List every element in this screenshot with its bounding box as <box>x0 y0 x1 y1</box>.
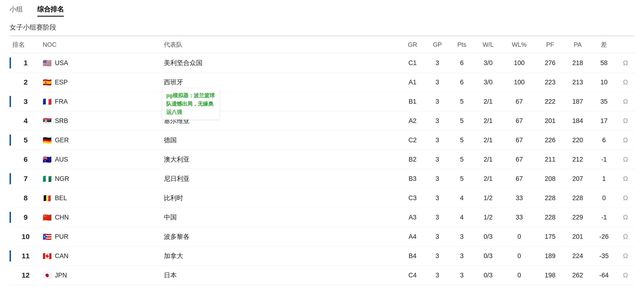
noc-cell: 🇳🇬NGR <box>40 169 161 189</box>
stat-wl: 2/1 <box>474 131 502 150</box>
rank-value: 8 <box>24 194 28 202</box>
noc-cell: 🇯🇵JPN <box>40 266 161 285</box>
rank-value: 9 <box>24 213 28 221</box>
omega-icon: Ω <box>616 266 634 285</box>
stat-gr: A3 <box>400 208 425 227</box>
team-name: 中国 <box>161 208 400 227</box>
stat-pts: 6 <box>450 53 474 73</box>
stat-pts: 4 <box>450 208 474 227</box>
stat-pa: 218 <box>564 53 591 73</box>
stat-pts: 5 <box>450 169 474 189</box>
stat-pts: 3 <box>450 227 474 246</box>
table-row: 8🇧🇪BEL比利时C3341/2332282280Ω <box>10 189 634 208</box>
rank-value: 1 <box>24 59 28 67</box>
col-wlp: WL% <box>502 36 536 53</box>
stat-pf: 222 <box>536 92 564 111</box>
stat-diff: 58 <box>592 53 616 73</box>
stat-pa: 262 <box>564 266 591 285</box>
flag-icon: 🇵🇷 <box>43 233 52 241</box>
stat-pa: 224 <box>564 246 591 266</box>
omega-icon: Ω <box>616 189 634 208</box>
stat-gp: 3 <box>425 266 450 285</box>
col-gp: GP <box>425 36 450 53</box>
team-name: 澳大利亚 <box>161 150 400 169</box>
rank-cell: 12 <box>10 266 40 285</box>
table-row: 2🇪🇸ESP西班牙A1363/010022321310Ω <box>10 73 634 92</box>
stat-diff: -64 <box>592 266 616 285</box>
table-row: 11🇨🇦CAN加拿大B4330/30189224-35Ω <box>10 246 634 266</box>
stat-pf: 228 <box>536 208 564 227</box>
stat-gp: 3 <box>425 169 450 189</box>
stat-diff: 1 <box>592 169 616 189</box>
team-name: 加拿大 <box>161 246 400 266</box>
stat-gr: C1 <box>400 53 425 73</box>
stat-pa: 212 <box>564 150 591 169</box>
stat-gr: C2 <box>400 131 425 150</box>
stat-wl: 2/1 <box>474 150 502 169</box>
col-rank: 排名 <box>10 36 40 53</box>
noc-cell: 🇫🇷FRA <box>40 92 161 111</box>
qualifier-marker <box>10 251 11 261</box>
stat-gr: A2 <box>400 111 425 131</box>
stat-pa: 207 <box>564 169 591 189</box>
rank-value: 2 <box>24 78 28 86</box>
noc-code: CAN <box>55 252 68 260</box>
table-row: 10🇵🇷PUR波多黎各A4330/30175201-26Ω <box>10 227 634 246</box>
rank-cell: 8 <box>10 189 40 208</box>
flag-icon: 🇧🇪 <box>43 194 52 202</box>
table-row: 7🇳🇬NGR尼日利亚B3352/1672082071Ω <box>10 169 634 189</box>
stat-diff: 10 <box>592 73 616 92</box>
stat-diff: -1 <box>592 150 616 169</box>
stat-diff: -35 <box>592 246 616 266</box>
stat-wlp: 67 <box>502 131 536 150</box>
rank-value: 4 <box>24 117 28 125</box>
table-row: 3🇫🇷FRA法国B1352/16722218735Ω <box>10 92 634 111</box>
flag-icon: 🇨🇦 <box>43 252 52 260</box>
table-row: 5🇩🇪GER德国C2352/1672262206Ω <box>10 131 634 150</box>
flag-icon: 🇯🇵 <box>43 271 52 280</box>
stat-pts: 5 <box>450 92 474 111</box>
stat-pf: 211 <box>536 150 564 169</box>
stat-wlp: 67 <box>502 169 536 189</box>
standings-table: 排名 NOC 代表队 GR GP Pts W/L WL% PF PA 差 1🇺🇸… <box>10 36 634 285</box>
rank-cell: 1 <box>10 53 40 73</box>
stat-wlp: 0 <box>502 227 536 246</box>
popup-message: pg模拟器：波兰篮球队遗憾出局，无缘奥运八强 <box>162 88 220 120</box>
stat-wl: 0/3 <box>474 227 502 246</box>
stat-pf: 223 <box>536 73 564 92</box>
stat-pf: 208 <box>536 169 564 189</box>
stat-diff: 35 <box>592 92 616 111</box>
stat-gp: 3 <box>425 92 450 111</box>
noc-cell: 🇺🇸USA <box>40 53 161 73</box>
col-omega <box>616 36 634 53</box>
stat-gr: B1 <box>400 92 425 111</box>
rank-cell: 2 <box>10 73 40 92</box>
noc-cell: 🇨🇦CAN <box>40 246 161 266</box>
stat-pts: 3 <box>450 266 474 285</box>
stat-wl: 3/0 <box>474 53 502 73</box>
stat-gp: 3 <box>425 208 450 227</box>
qualifier-marker <box>10 57 11 68</box>
stat-pa: 187 <box>564 92 591 111</box>
stat-wl: 3/0 <box>474 73 502 92</box>
stat-wlp: 100 <box>502 73 536 92</box>
omega-icon: Ω <box>616 208 634 227</box>
noc-cell: 🇨🇳CHN <box>40 208 161 227</box>
rank-value: 7 <box>24 175 28 183</box>
flag-icon: 🇪🇸 <box>43 78 52 86</box>
rank-cell: 4 <box>10 111 40 131</box>
stat-pa: 229 <box>564 208 591 227</box>
stat-pf: 201 <box>536 111 564 131</box>
noc-code: PUR <box>55 233 68 240</box>
stat-pts: 5 <box>450 150 474 169</box>
stat-wlp: 67 <box>502 92 536 111</box>
noc-cell: 🇧🇪BEL <box>40 189 161 208</box>
stat-gr: B2 <box>400 150 425 169</box>
omega-icon: Ω <box>616 92 634 111</box>
tab-overall-ranking[interactable]: 综合排名 <box>37 5 64 16</box>
rank-value: 6 <box>24 155 28 163</box>
noc-code: ESP <box>55 79 68 86</box>
stat-wl: 2/1 <box>474 92 502 111</box>
stat-gp: 3 <box>425 111 450 131</box>
tab-group[interactable]: 小组 <box>10 5 23 16</box>
